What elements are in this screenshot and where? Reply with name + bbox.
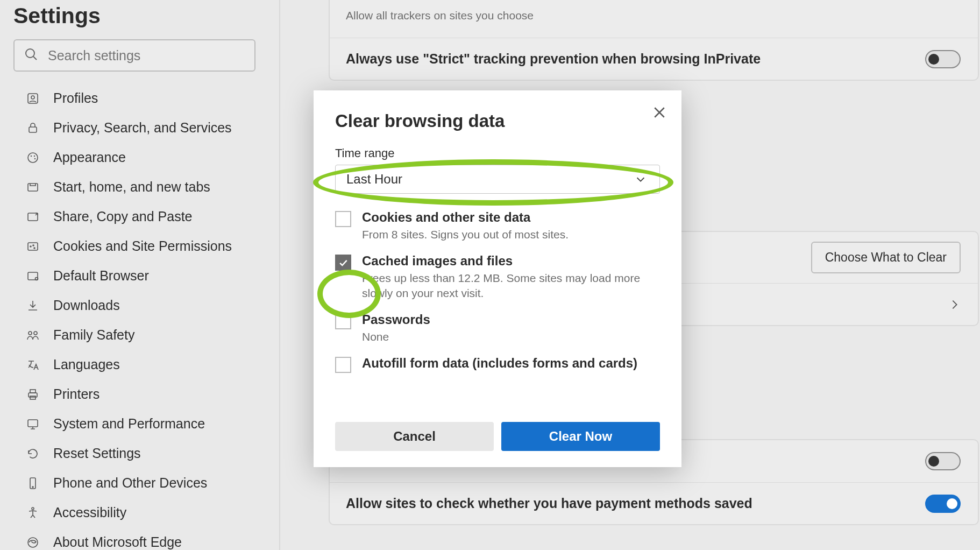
sidebar-item-system-and-performance[interactable]: System and Performance <box>13 409 266 439</box>
chevron-right-icon[interactable] <box>949 299 961 311</box>
download-icon <box>25 298 40 313</box>
sidebar-item-default-browser[interactable]: Default Browser <box>13 261 266 291</box>
phone-icon <box>25 476 40 491</box>
option-title: Cached images and files <box>362 253 656 269</box>
sidebar-item-label: Start, home, and new tabs <box>53 179 210 195</box>
unknown-toggle[interactable] <box>925 452 961 470</box>
clear-option-cookies-and-other-site-data: Cookies and other site dataFrom 8 sites.… <box>335 210 656 242</box>
accessibility-icon <box>25 505 40 520</box>
svg-rect-22 <box>30 478 35 489</box>
sidebar-item-label: Accessibility <box>53 505 126 520</box>
svg-point-23 <box>32 486 33 488</box>
option-title: Passwords <box>362 312 430 327</box>
option-title: Autofill form data (includes forms and c… <box>362 356 637 371</box>
sidebar-item-label: System and Performance <box>53 416 205 432</box>
time-range-label: Time range <box>335 146 660 160</box>
sidebar-item-reset-settings[interactable]: Reset Settings <box>13 439 266 468</box>
sidebar-item-accessibility[interactable]: Accessibility <box>13 498 266 527</box>
reset-icon <box>25 446 40 461</box>
share-icon <box>25 209 40 224</box>
cookie-icon <box>25 239 40 254</box>
svg-point-7 <box>34 158 35 159</box>
svg-point-11 <box>30 246 31 247</box>
search-icon <box>24 47 38 64</box>
clear-now-button[interactable]: Clear Now <box>501 422 660 451</box>
sidebar-item-phone-and-other-devices[interactable]: Phone and Other Devices <box>13 468 266 498</box>
svg-point-15 <box>35 277 38 280</box>
system-icon <box>25 417 40 432</box>
payment-methods-toggle[interactable] <box>925 495 961 513</box>
sidebar-item-appearance[interactable]: Appearance <box>13 143 266 172</box>
family-icon <box>25 328 40 343</box>
palette-icon <box>25 150 40 165</box>
clear-browsing-data-dialog: Clear browsing data Time range Last Hour… <box>314 90 681 467</box>
sidebar-item-label: Reset Settings <box>53 446 141 461</box>
search-settings[interactable] <box>13 39 255 72</box>
profile-icon <box>25 91 40 106</box>
time-range-value: Last Hour <box>346 172 402 187</box>
choose-what-to-clear-button[interactable]: Choose What to Clear <box>811 242 961 273</box>
sidebar-item-about-microsoft-edge[interactable]: About Microsoft Edge <box>13 527 266 550</box>
page-title: Settings <box>13 3 266 29</box>
option-description: From 8 sites. Signs you out of most site… <box>362 227 569 242</box>
sidebar-item-label: Cookies and Site Permissions <box>53 238 232 254</box>
svg-point-24 <box>32 507 34 510</box>
strict-tracking-title: Always use "Strict" tracking prevention … <box>346 51 761 67</box>
svg-rect-20 <box>30 396 35 399</box>
svg-rect-14 <box>28 272 38 280</box>
chevron-down-icon <box>635 173 647 185</box>
option-description: Frees up less than 12.2 MB. Some sites m… <box>362 271 656 300</box>
payment-methods-title: Allow sites to check whether you have pa… <box>346 496 752 511</box>
checkbox[interactable] <box>335 357 351 373</box>
sidebar-item-label: Family Safety <box>53 327 134 343</box>
browser-icon <box>25 269 40 284</box>
printer-icon <box>25 387 40 402</box>
settings-sidebar: Settings ProfilesPrivacy, Search, and Se… <box>0 0 280 550</box>
svg-point-13 <box>34 248 35 249</box>
sidebar-item-label: Privacy, Search, and Services <box>53 120 232 136</box>
trackers-subtitle: Allow all trackers on sites you choose <box>346 9 534 22</box>
sidebar-item-label: Phone and Other Devices <box>53 475 207 491</box>
cancel-button[interactable]: Cancel <box>335 422 494 451</box>
option-description: None <box>362 329 430 344</box>
search-input[interactable] <box>48 48 245 64</box>
lock-icon <box>25 121 40 136</box>
clear-option-autofill-form-data-includes-forms-and-cards: Autofill form data (includes forms and c… <box>335 356 656 373</box>
strict-tracking-toggle[interactable] <box>925 50 961 68</box>
clear-option-passwords: PasswordsNone <box>335 312 656 344</box>
svg-rect-8 <box>28 184 38 191</box>
sidebar-item-downloads[interactable]: Downloads <box>13 291 266 320</box>
time-range-select[interactable]: Last Hour <box>335 165 660 194</box>
svg-point-2 <box>31 96 34 99</box>
svg-point-0 <box>26 49 34 58</box>
sidebar-item-label: Printers <box>53 386 100 402</box>
dialog-title: Clear browsing data <box>335 111 660 131</box>
close-button[interactable] <box>651 104 667 121</box>
sidebar-item-printers[interactable]: Printers <box>13 379 266 409</box>
clear-option-cached-images-and-files: Cached images and filesFrees up less tha… <box>335 253 656 300</box>
checkbox[interactable] <box>335 211 351 227</box>
sidebar-item-cookies-and-site-permissions[interactable]: Cookies and Site Permissions <box>13 231 266 261</box>
svg-point-4 <box>28 153 38 163</box>
sidebar-item-privacy-search-and-services[interactable]: Privacy, Search, and Services <box>13 113 266 143</box>
checkbox[interactable] <box>335 313 351 329</box>
sidebar-item-languages[interactable]: Languages <box>13 350 266 379</box>
sidebar-item-label: Downloads <box>53 298 120 313</box>
checkbox[interactable] <box>335 255 351 271</box>
language-icon <box>25 357 40 372</box>
sidebar-item-label: Languages <box>53 357 120 372</box>
svg-point-16 <box>29 332 32 335</box>
sidebar-item-label: Default Browser <box>53 268 149 284</box>
sidebar-item-family-safety[interactable]: Family Safety <box>13 320 266 350</box>
svg-rect-19 <box>30 390 35 393</box>
svg-point-12 <box>33 245 34 246</box>
sidebar-item-label: Appearance <box>53 150 126 165</box>
sidebar-item-label: Share, Copy and Paste <box>53 209 193 224</box>
svg-point-5 <box>31 155 32 156</box>
sidebar-item-share-copy-and-paste[interactable]: Share, Copy and Paste <box>13 202 266 231</box>
svg-rect-3 <box>29 127 37 132</box>
sidebar-item-label: Profiles <box>53 90 98 106</box>
sidebar-item-start-home-and-new-tabs[interactable]: Start, home, and new tabs <box>13 172 266 202</box>
option-title: Cookies and other site data <box>362 210 569 225</box>
sidebar-item-profiles[interactable]: Profiles <box>13 83 266 113</box>
